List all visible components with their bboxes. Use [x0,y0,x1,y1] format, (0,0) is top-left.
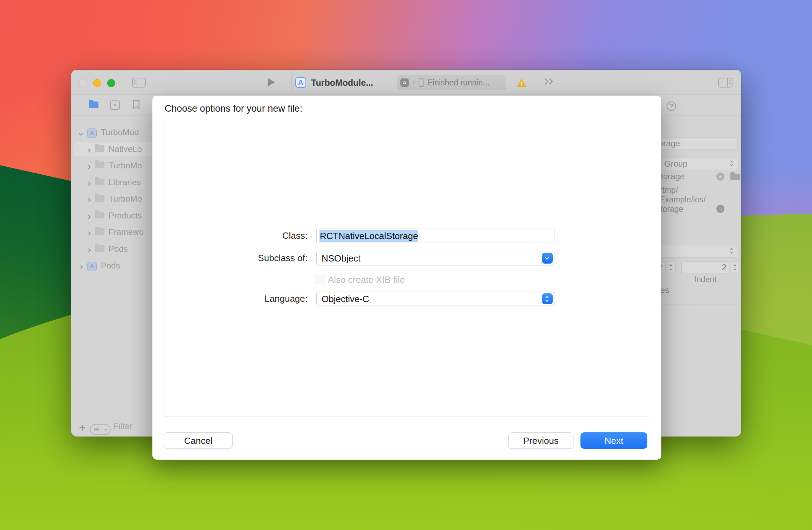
chevron-right-icon[interactable] [87,161,90,170]
toolbar-overflow-chevrons-icon[interactable] [543,79,551,85]
tree-row-label: NativeLo [109,144,142,154]
traffic-close-button[interactable] [79,79,87,87]
inspector-divider [652,305,737,305]
tree-row-label: Pods [101,261,120,271]
chevron-down-icon [545,255,549,260]
tree-row-label: TurboMo [109,194,142,204]
chevron-right-icon[interactable] [87,144,90,154]
new-file-options-sheet: Choose options for your new file: Class:… [152,96,661,460]
inspector-divider [651,116,741,116]
sheet-content-box [165,121,649,417]
toolbar-separator [291,71,292,93]
language-value: Objective-C [322,294,369,304]
help-button[interactable]: ? [667,102,676,111]
tree-row-label: Libraries [109,177,141,187]
chevron-down-icon [545,299,549,302]
cancel-button[interactable]: Cancel [164,432,233,449]
chevron-right-icon [547,78,553,84]
folder-icon [95,245,104,252]
add-button[interactable]: + [79,421,86,434]
xib-checkbox-label: Also create XIB file [328,274,405,285]
inspector-location-value: Group [664,159,688,168]
indent-label: Indent [681,275,729,284]
chevron-right-icon[interactable] [87,211,90,221]
project-icon: A [87,128,97,138]
language-label: Language: [208,293,308,304]
clear-icon[interactable]: × [716,173,724,181]
build-status-text: Finished runnin... [428,78,489,88]
window-toolbar: A TurboModule... A › Finished runnin... … [71,70,741,95]
selected-text: RCTNativeLocalStorage [319,230,418,242]
tree-row-label: Pods [109,244,128,254]
navigator-tab-bookmarks[interactable] [133,100,139,110]
project-app-icon: A [295,77,306,88]
language-popup[interactable]: Objective-C [316,292,555,306]
class-label: Class: [208,230,308,241]
indent-stepper[interactable] [731,261,740,273]
traffic-minimize-button[interactable] [93,79,101,87]
navigator-tab-project[interactable] [89,102,98,110]
sidebar-toggle-icon[interactable] [132,78,146,88]
next-button[interactable]: Next [580,432,647,449]
project-icon: A [87,262,97,271]
inspector-toggle-icon[interactable] [718,78,732,88]
chevron-right-icon[interactable] [80,261,82,271]
filter-lines-icon [94,428,99,431]
activity-status-pill[interactable]: A › Finished runnin... [397,75,506,90]
subclass-of-label: Subclass of: [208,253,308,264]
folder-icon [95,228,104,235]
truncated-label: es [660,285,669,295]
chevron-down-icon [104,428,107,431]
popup-updown-button[interactable] [542,293,553,304]
tree-row-label: Framewo [109,227,144,237]
subclass-combobox[interactable]: NSObject [316,251,555,265]
device-iphone-icon [419,78,424,87]
chevron-right-icon[interactable] [87,177,90,187]
folder-icon [89,102,98,108]
folder-icon [95,195,104,202]
chevron-right-icon[interactable] [87,244,90,254]
folder-icon [95,162,104,168]
run-button-icon[interactable] [268,78,275,86]
open-arrow-icon[interactable]: → [716,205,724,213]
tree-row-label: TurboMo [109,161,142,170]
width-stepper[interactable] [667,261,676,273]
chevron-down-icon[interactable] [80,127,82,137]
class-name-input[interactable]: RCTNativeLocalStorage [316,229,555,243]
traffic-zoom-button[interactable] [107,79,115,87]
folder-icon [95,212,104,218]
sheet-title: Choose options for your new file: [165,103,302,114]
navigator-tab-changes[interactable]: × [110,100,120,110]
breadcrumb-chevron-icon: › [412,77,415,86]
xib-checkbox[interactable] [315,275,324,284]
toolbar-separator [560,71,560,93]
folder-icon [95,145,104,152]
toolbar-project-title[interactable]: TurboModule... [311,78,373,88]
filter-options-button[interactable] [90,424,111,435]
combo-dropdown-button[interactable] [542,253,553,264]
chevron-right-icon[interactable] [87,194,90,204]
subclass-value: NSObject [322,253,360,264]
inspector-group-row: lStorage [653,172,741,182]
tree-row-label: Products [109,211,142,221]
chevron-right-icon[interactable] [87,227,90,237]
folder-icon [95,179,104,185]
inspector-indent-field[interactable]: 2 [681,261,729,273]
filter-input[interactable]: Filter [113,421,133,431]
tree-row-label: TurboMod [101,127,139,137]
warning-icon[interactable]: ! [517,78,527,87]
choose-folder-icon[interactable] [730,174,740,180]
previous-button[interactable]: Previous [508,432,573,449]
scheme-app-icon: A [400,78,409,87]
